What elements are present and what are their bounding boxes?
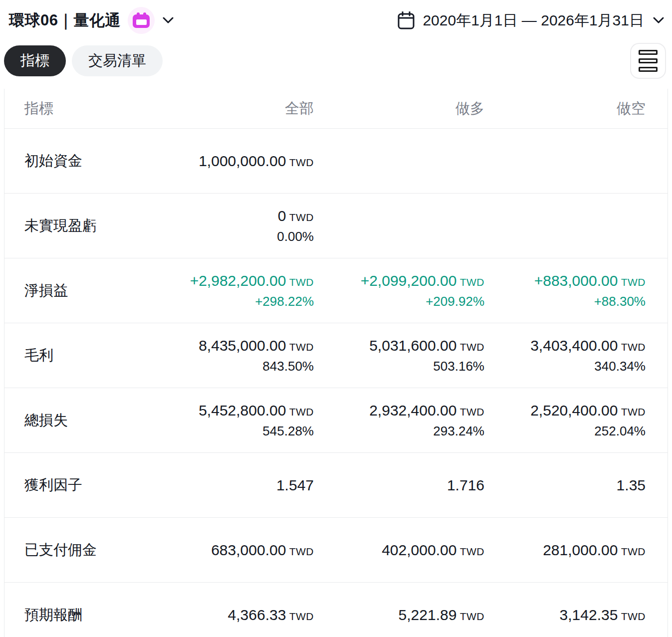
page-title: 環球06｜量化通 bbox=[9, 7, 121, 34]
table-row: 獲利因子1.5471.7161.35 bbox=[4, 453, 668, 518]
metric-value-cell: 5,452,800.00 TWD545.28% bbox=[174, 402, 314, 439]
metric-percent: 293.24% bbox=[433, 424, 484, 439]
currency-unit: TWD bbox=[286, 611, 314, 622]
metric-value: 5,031,600.00 TWD bbox=[369, 337, 484, 354]
metrics-table: 指標 全部 做多 做空 初始資金1,000,000.00 TWD未實現盈虧0 T… bbox=[4, 89, 668, 637]
list-icon bbox=[639, 50, 658, 55]
metric-value-cell: 0 TWD0.00% bbox=[174, 208, 314, 244]
metric-value-cell: 2,932,400.00 TWD293.24% bbox=[314, 402, 484, 439]
metric-value-cell: +2,982,200.00 TWD+298.22% bbox=[174, 272, 314, 309]
table-row: 毛利8,435,000.00 TWD843.50%5,031,600.00 TW… bbox=[4, 323, 668, 388]
metric-value: 1.716 bbox=[447, 477, 484, 494]
metric-value: 683,000.00 TWD bbox=[211, 542, 314, 559]
currency-unit: TWD bbox=[456, 546, 484, 557]
metric-value-cell: 5,221.89 TWD bbox=[314, 607, 484, 624]
metric-value: 281,000.00 TWD bbox=[543, 542, 646, 559]
metric-value-cell: 1.35 bbox=[484, 477, 646, 494]
strategy-title-group: 環球06｜量化通 bbox=[9, 7, 174, 34]
metric-percent: 252.04% bbox=[594, 424, 646, 439]
metric-value: 0 TWD bbox=[278, 208, 314, 224]
currency-unit: TWD bbox=[286, 406, 314, 418]
table-row: 初始資金1,000,000.00 TWD bbox=[4, 129, 668, 194]
list-icon bbox=[639, 58, 658, 63]
currency-unit: TWD bbox=[456, 406, 484, 418]
table-body: 初始資金1,000,000.00 TWD未實現盈虧0 TWD0.00%淨損益+2… bbox=[4, 129, 668, 637]
metric-value: 402,000.00 TWD bbox=[382, 542, 484, 559]
table-row: 淨損益+2,982,200.00 TWD+298.22%+2,099,200.0… bbox=[4, 258, 668, 323]
table-row: 預期報酬4,366.33 TWD5,221.89 TWD3,142.35 TWD bbox=[4, 583, 668, 637]
view-tabs: 指標 交易清單 bbox=[4, 45, 163, 76]
metric-percent: 0.00% bbox=[277, 229, 314, 244]
metric-value: 2,520,400.00 TWD bbox=[530, 402, 646, 419]
metric-value: 2,932,400.00 TWD bbox=[369, 402, 484, 419]
metric-label: 未實現盈虧 bbox=[4, 216, 174, 236]
metric-value: 3,403,400.00 TWD bbox=[530, 337, 646, 354]
currency-unit: TWD bbox=[618, 611, 646, 622]
metric-label: 獲利因子 bbox=[4, 475, 174, 495]
column-header-long: 做多 bbox=[314, 99, 484, 119]
currency-unit: TWD bbox=[456, 341, 484, 353]
currency-unit: TWD bbox=[618, 406, 646, 418]
metric-label: 毛利 bbox=[4, 346, 174, 366]
currency-unit: TWD bbox=[286, 276, 314, 288]
chevron-down-icon bbox=[653, 17, 664, 24]
metric-value-cell: +2,099,200.00 TWD+209.92% bbox=[314, 272, 484, 309]
metric-value: 4,366.33 TWD bbox=[228, 607, 314, 624]
metric-value-cell: 8,435,000.00 TWD843.50% bbox=[174, 337, 314, 374]
date-range-label: 2020年1月1日 — 2026年1月31日 bbox=[423, 10, 644, 31]
metric-value-cell: 683,000.00 TWD bbox=[174, 542, 314, 559]
metric-value-cell: 1,000,000.00 TWD bbox=[174, 153, 314, 170]
metric-value-cell: 1.716 bbox=[314, 477, 484, 494]
currency-unit: TWD bbox=[286, 212, 314, 223]
tab-trade-list[interactable]: 交易清單 bbox=[72, 45, 163, 76]
currency-unit: TWD bbox=[286, 157, 314, 168]
column-header-metric: 指標 bbox=[4, 99, 174, 119]
metric-percent: 545.28% bbox=[262, 424, 314, 439]
table-row: 未實現盈虧0 TWD0.00% bbox=[4, 194, 668, 258]
metric-value: +2,982,200.00 TWD bbox=[190, 272, 314, 289]
column-header-short: 做空 bbox=[484, 99, 646, 119]
metric-value-cell: 3,142.35 TWD bbox=[484, 607, 646, 624]
metric-value: 1,000,000.00 TWD bbox=[199, 153, 314, 170]
metric-label: 已支付佣金 bbox=[4, 540, 174, 560]
metric-label: 預期報酬 bbox=[4, 605, 174, 625]
metric-value-cell: 5,031,600.00 TWD503.16% bbox=[314, 337, 484, 374]
table-options-button[interactable] bbox=[630, 43, 666, 79]
metric-value-cell: 3,403,400.00 TWD340.34% bbox=[484, 337, 646, 374]
metric-value-cell: 281,000.00 TWD bbox=[484, 542, 646, 559]
metric-label: 淨損益 bbox=[4, 281, 174, 301]
currency-unit: TWD bbox=[286, 546, 314, 557]
metric-value-cell: 4,366.33 TWD bbox=[174, 607, 314, 624]
currency-unit: TWD bbox=[456, 276, 484, 288]
currency-unit: TWD bbox=[618, 546, 646, 557]
metric-percent: +209.92% bbox=[426, 294, 484, 309]
currency-unit: TWD bbox=[618, 341, 646, 353]
metric-value: 1.35 bbox=[617, 477, 646, 494]
currency-unit: TWD bbox=[286, 341, 314, 353]
list-icon bbox=[639, 67, 658, 72]
metric-value: 5,452,800.00 TWD bbox=[199, 402, 314, 419]
metric-value: +2,099,200.00 TWD bbox=[361, 272, 484, 289]
metric-percent: 340.34% bbox=[594, 359, 646, 374]
metric-value-cell: +883,000.00 TWD+88.30% bbox=[484, 272, 646, 309]
table-header-row: 指標 全部 做多 做空 bbox=[4, 89, 668, 129]
metric-value-cell: 1.547 bbox=[174, 477, 314, 494]
strategy-calendar-badge[interactable] bbox=[128, 7, 155, 34]
metric-value-cell: 402,000.00 TWD bbox=[314, 542, 484, 559]
metric-percent: 843.50% bbox=[262, 359, 314, 374]
metric-value: 1.547 bbox=[276, 477, 314, 494]
calendar-pink-icon bbox=[132, 12, 150, 28]
currency-unit: TWD bbox=[618, 276, 646, 288]
metric-percent: 503.16% bbox=[433, 359, 484, 374]
chevron-down-icon[interactable] bbox=[163, 17, 174, 24]
metric-value: 8,435,000.00 TWD bbox=[199, 337, 314, 354]
metric-percent: +88.30% bbox=[594, 294, 646, 309]
metric-value: 5,221.89 TWD bbox=[399, 607, 484, 624]
table-row: 已支付佣金683,000.00 TWD402,000.00 TWD281,000… bbox=[4, 518, 668, 583]
column-header-all: 全部 bbox=[174, 99, 314, 119]
tabs-row: 指標 交易清單 bbox=[0, 43, 672, 79]
tab-indicators[interactable]: 指標 bbox=[4, 45, 66, 76]
date-range-picker[interactable]: 2020年1月1日 — 2026年1月31日 bbox=[398, 10, 664, 31]
currency-unit: TWD bbox=[456, 611, 484, 622]
metric-percent: +298.22% bbox=[255, 294, 314, 309]
